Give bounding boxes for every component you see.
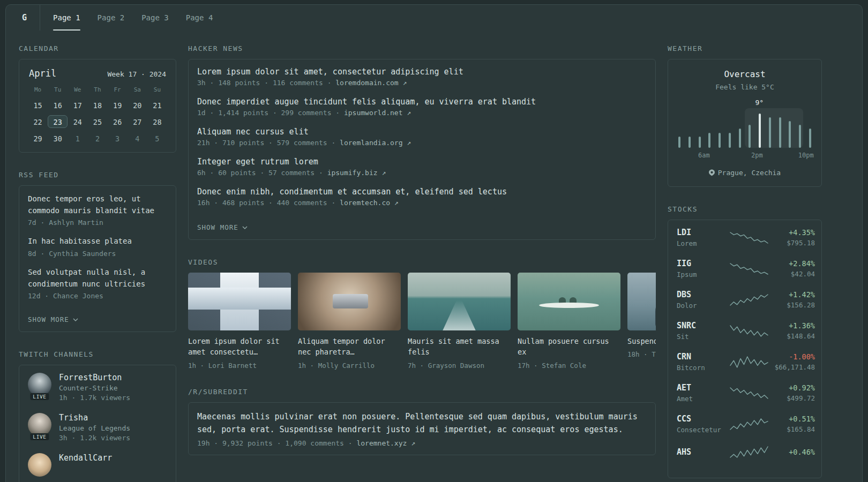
left-column: CALENDAR April Week 17 · 2024 MoTuWeThFr…: [19, 44, 176, 482]
hn-show-more-button[interactable]: SHOW MORE: [197, 223, 248, 231]
video-title[interactable]: Mauris sit amet massa felis: [408, 336, 511, 358]
stock-symbol: AHS: [677, 447, 729, 457]
weather-bar: [708, 133, 710, 148]
tab-page-3[interactable]: Page 3: [141, 5, 169, 31]
video-title[interactable]: Suspendisse diam: [627, 336, 656, 347]
weather-bar: [759, 114, 761, 148]
stock-change: +1.36%: [769, 321, 815, 330]
hn-post-domain-link[interactable]: loremlandia.org ↗: [340, 139, 411, 147]
twitch-avatar-wrap: [28, 453, 51, 477]
twitch-section-title: TWITCH CHANNELS: [19, 350, 176, 358]
stock-symbol-block: CRNBitcorn: [677, 352, 729, 372]
tab-page-1[interactable]: Page 1: [53, 5, 80, 31]
hn-post-title[interactable]: Lorem ipsum dolor sit amet, consectetur …: [197, 67, 647, 77]
rss-item-title[interactable]: Sed volutpat nulla nisl, a condimentum n…: [28, 267, 167, 290]
right-column: WEATHER Overcast Feels like 5°C 9° 6am2p…: [668, 44, 822, 482]
video-meta: 7h · Grayson Dawson: [408, 362, 511, 370]
video-title[interactable]: Aliquam tempor dolor nec pharetra…: [298, 336, 401, 358]
subreddit-post-domain-link[interactable]: loremnet.xyz ↗: [356, 439, 415, 447]
stock-price: $165.84: [769, 425, 815, 433]
stock-values: +0.92%$499.72: [769, 383, 815, 402]
calendar-day-header: Su: [147, 86, 167, 93]
weather-current-temp: 9°: [755, 99, 764, 107]
rss-show-more-button[interactable]: SHOW MORE: [28, 315, 78, 323]
calendar-day: 16: [48, 99, 68, 111]
calendar-day: 5: [147, 132, 167, 145]
stock-values: +4.35%$795.18: [769, 228, 815, 247]
subreddit-post: Maecenas mollis pulvinar erat non posuer…: [197, 410, 647, 447]
stock-symbol-block: IIGIpsum: [677, 259, 729, 278]
twitch-channel[interactable]: LIVETrishaLeague of Legends3h · 1.2k vie…: [28, 413, 167, 442]
video-title[interactable]: Nullam posuere cursus ex: [518, 336, 620, 358]
calendar-day: 4: [128, 132, 147, 145]
weather-bar: [779, 117, 781, 148]
video-meta: 18h · Tara: [627, 350, 656, 358]
rss-item-title[interactable]: In hac habitasse platea: [28, 236, 167, 247]
video-card[interactable]: Aliquam tempor dolor nec pharetra…1h · M…: [298, 273, 401, 370]
hn-post-title[interactable]: Aliquam nec cursus elit: [197, 127, 647, 137]
stock-sparkline: [729, 417, 769, 431]
stock-row: DBSDolor+1.42%$156.28: [677, 290, 813, 310]
calendar-day: 2: [87, 132, 107, 145]
hn-post-domain-link[interactable]: loremtech.co ↗: [340, 199, 399, 207]
subreddit-post-title[interactable]: Maecenas mollis pulvinar erat non posuer…: [197, 410, 647, 436]
weather-bar: [749, 125, 751, 148]
weather-bar: [699, 137, 701, 148]
stock-symbol: CCS: [677, 414, 729, 424]
hn-post-title[interactable]: Integer eget rutrum lorem: [197, 157, 647, 167]
hn-post-domain-link[interactable]: loremdomain.com ↗: [335, 79, 407, 87]
twitch-channel-info: KendallCarr: [59, 453, 112, 477]
dashboard-frame: G Page 1Page 2Page 3Page 4 CALENDAR Apri…: [5, 4, 863, 482]
stock-values: +1.42%$156.28: [769, 290, 815, 309]
hn-post-domain-link[interactable]: ipsumify.biz ↗: [327, 169, 386, 177]
weather-bar: [678, 137, 680, 148]
video-card[interactable]: Nullam posuere cursus ex17h · Stefan Col…: [518, 273, 620, 370]
hn-post-meta: 16h · 468 points · 440 comments · loremt…: [197, 199, 647, 207]
hn-post-meta: 3h · 148 points · 116 comments · loremdo…: [197, 79, 647, 87]
calendar-day: 1: [68, 132, 87, 145]
logo[interactable]: G: [16, 5, 40, 31]
show-more-label: SHOW MORE: [197, 223, 238, 231]
calendar-day-header: Th: [87, 86, 107, 93]
stock-spark-wrap: [729, 293, 769, 307]
twitch-channel-name[interactable]: KendallCarr: [59, 453, 112, 463]
video-card[interactable]: Lorem ipsum dolor sit amet consectetu…1h…: [188, 273, 291, 370]
stock-symbol-block: AHS: [677, 447, 729, 457]
hn-post-domain-link[interactable]: ipsumworld.net ↗: [344, 109, 411, 117]
video-card[interactable]: Suspendisse diam18h · Tara: [627, 273, 656, 370]
stock-price: $148.64: [769, 332, 815, 340]
weather-feels-like: Feels like 5°C: [677, 83, 813, 91]
twitch-channel-name[interactable]: Trisha: [59, 413, 130, 423]
stock-values: +0.51%$165.84: [769, 415, 815, 433]
stock-spark-wrap: [729, 262, 769, 276]
stock-sparkline: [729, 324, 769, 338]
videos-section-title: VIDEOS: [188, 258, 656, 266]
hn-post-title[interactable]: Donec imperdiet augue tincidunt felis al…: [197, 97, 647, 107]
rss-item[interactable]: Sed volutpat nulla nisl, a condimentum n…: [28, 267, 167, 300]
stock-row: AHS+0.46%: [677, 445, 813, 459]
weather-section-title: WEATHER: [668, 44, 822, 52]
tab-page-2[interactable]: Page 2: [98, 5, 125, 31]
video-title[interactable]: Lorem ipsum dolor sit amet consectetu…: [188, 336, 291, 358]
rss-item[interactable]: In hac habitasse platea8d · Cynthia Saun…: [28, 236, 167, 258]
rss-item-title[interactable]: Donec tempor eros leo, ut commodo mauris…: [28, 193, 167, 216]
video-thumbnail-camera: [298, 273, 401, 330]
stock-symbol: IIG: [677, 259, 729, 268]
page-tabs: Page 1Page 2Page 3Page 4: [53, 5, 213, 31]
calendar-day: 20: [128, 99, 147, 111]
video-meta: 1h · Lori Barnett: [188, 362, 291, 370]
hn-post-title[interactable]: Donec enim nibh, condimentum et accumsan…: [197, 187, 647, 197]
weather-bar: [689, 137, 691, 148]
rss-item[interactable]: Donec tempor eros leo, ut commodo mauris…: [28, 193, 167, 227]
twitch-widget: TWITCH CHANNELS LIVEForrestBurtonCounter…: [19, 350, 176, 482]
content: CALENDAR April Week 17 · 2024 MoTuWeThFr…: [6, 31, 862, 482]
twitch-channel-name[interactable]: ForrestBurton: [59, 373, 130, 382]
tab-page-4[interactable]: Page 4: [186, 5, 213, 31]
twitch-channel[interactable]: KendallCarr: [28, 453, 167, 477]
twitch-channel[interactable]: LIVEForrestBurtonCounter-Strike1h · 1.7k…: [28, 373, 167, 402]
location-pin-icon: [709, 169, 715, 176]
video-card[interactable]: Mauris sit amet massa felis7h · Grayson …: [408, 273, 511, 370]
stock-change: +0.92%: [769, 383, 815, 392]
hacker-news-card: Lorem ipsum dolor sit amet, consectetur …: [188, 59, 656, 240]
stock-price: $42.04: [769, 270, 815, 278]
